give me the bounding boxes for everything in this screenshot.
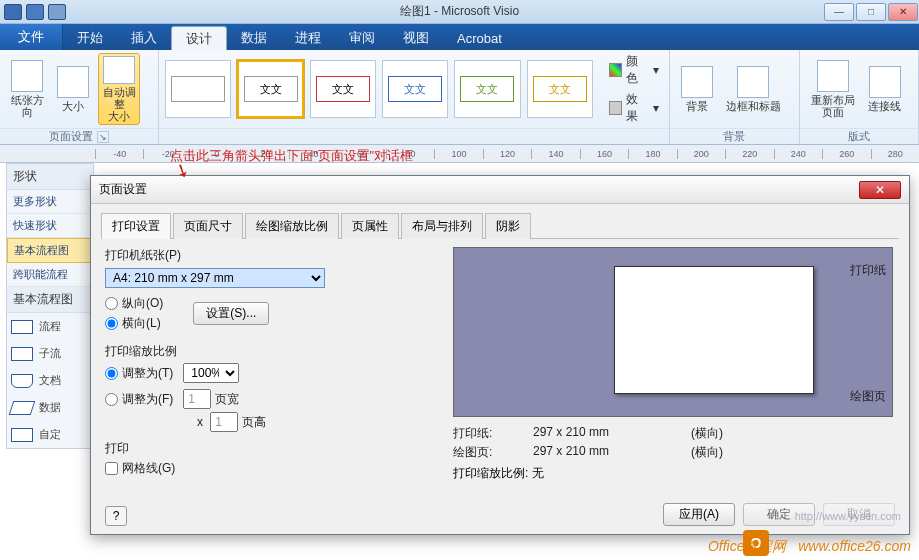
group-label-pagesetup: 页面设置 (49, 129, 93, 144)
preview-paper-label: 打印纸 (850, 262, 886, 279)
size-button[interactable]: 大小 (52, 53, 94, 125)
background-button[interactable]: 背景 (676, 53, 718, 125)
autofit-button[interactable]: 自动调整 大小 (98, 53, 140, 125)
window-title: 绘图1 - Microsoft Visio (400, 3, 519, 20)
dlg-tab-shadow[interactable]: 阴影 (485, 213, 531, 239)
section-print-label: 打印 (105, 440, 435, 457)
qat-save-icon[interactable] (26, 4, 44, 20)
shapes-section2: 基本流程图 (7, 287, 93, 313)
help-button[interactable]: ? (105, 506, 127, 526)
gridlines-checkbox[interactable]: 网格线(G) (105, 460, 435, 477)
tab-home[interactable]: 开始 (63, 26, 117, 50)
paper-size-select[interactable]: A4: 210 mm x 297 mm (105, 268, 325, 288)
portrait-radio[interactable]: 纵向(O) (105, 295, 163, 312)
border-icon (737, 66, 769, 98)
shape-document[interactable]: 文档 (7, 367, 93, 394)
preview-drawing-label: 绘图页 (850, 388, 886, 405)
info-drawing-orient: (横向) (663, 444, 723, 461)
tab-review[interactable]: 审阅 (335, 26, 389, 50)
close-button[interactable]: ✕ (888, 3, 918, 21)
colors-icon (609, 63, 622, 77)
shape-data[interactable]: 数据 (7, 394, 93, 421)
tab-file[interactable]: 文件 (0, 24, 63, 50)
info-zoom: 打印缩放比例: 无 (453, 465, 895, 482)
relayout-button[interactable]: 重新布局 页面 (806, 53, 860, 125)
tab-acrobat[interactable]: Acrobat (443, 26, 516, 50)
border-title-button[interactable]: 边框和标题 (722, 53, 784, 125)
pages-tall-input[interactable] (210, 412, 238, 432)
shape-custom[interactable]: 自定 (7, 421, 93, 448)
settings-button[interactable]: 设置(S)... (193, 302, 269, 325)
theme-colors-button[interactable]: 颜色 ▾ (605, 52, 663, 88)
minimize-button[interactable]: — (824, 3, 854, 21)
horizontal-ruler: -40-200204060801001201401601802002202402… (0, 145, 919, 163)
zoom-pct-select[interactable]: 100% (183, 363, 239, 383)
qat-undo-icon[interactable] (48, 4, 66, 20)
app-icon (4, 4, 22, 20)
dlg-tab-pagesize[interactable]: 页面尺寸 (173, 213, 243, 239)
dialog-close-button[interactable]: ✕ (859, 181, 901, 199)
dlg-tab-print[interactable]: 打印设置 (101, 213, 171, 239)
tab-process[interactable]: 进程 (281, 26, 335, 50)
info-drawing-value: 297 x 210 mm (533, 444, 663, 461)
tab-design[interactable]: 设计 (171, 26, 227, 50)
group-label-layout: 版式 (800, 128, 918, 144)
shapes-title: 形状 (7, 164, 93, 190)
orientation-button[interactable]: 纸张方向 (6, 53, 48, 125)
autofit-icon (103, 56, 135, 84)
theme-thumb-1[interactable] (165, 60, 231, 118)
connectors-icon (869, 66, 901, 98)
theme-thumb-4[interactable]: 文文 (382, 60, 448, 118)
dlg-tab-layout[interactable]: 布局与排列 (401, 213, 483, 239)
group-label-themes (159, 128, 669, 144)
maximize-button[interactable]: □ (856, 3, 886, 21)
tab-view[interactable]: 视图 (389, 26, 443, 50)
apply-button[interactable]: 应用(A) (663, 503, 735, 526)
tab-data[interactable]: 数据 (227, 26, 281, 50)
annotation-text: 点击此三角箭头弹出下面"页面设置"对话框 (170, 147, 413, 165)
info-paper-label: 打印纸: (453, 425, 533, 442)
shapes-pane: 形状 更多形状 快速形状 基本流程图 跨职能流程 基本流程图 流程 子流 文档 … (6, 163, 94, 449)
watermark-2: http://www.yysen.com (795, 510, 901, 522)
info-paper-orient: (横向) (663, 425, 723, 442)
adjust-pages-radio[interactable]: 调整为(F) 页宽 (105, 389, 435, 409)
pagesetup-launcher-icon[interactable]: ↘ (97, 131, 109, 143)
info-drawing-label: 绘图页: (453, 444, 533, 461)
info-paper-value: 297 x 210 mm (533, 425, 663, 442)
section-paper-label: 打印机纸张(P) (105, 247, 435, 264)
shapes-basic-flow[interactable]: 基本流程图 (7, 238, 93, 263)
preview-page-icon (614, 266, 814, 394)
theme-effects-button[interactable]: 效果 ▾ (605, 90, 663, 126)
dlg-tab-props[interactable]: 页属性 (341, 213, 399, 239)
shapes-more[interactable]: 更多形状 (7, 190, 93, 214)
page-preview: 打印纸 绘图页 (453, 247, 893, 417)
background-icon (681, 66, 713, 98)
effects-icon (609, 101, 622, 115)
orientation-icon (11, 60, 43, 92)
tab-insert[interactable]: 插入 (117, 26, 171, 50)
pages-wide-input[interactable] (183, 389, 211, 409)
shape-subprocess[interactable]: 子流 (7, 340, 93, 367)
theme-thumb-6[interactable]: 文文 (527, 60, 593, 118)
dialog-title: 页面设置 (99, 181, 147, 198)
relayout-icon (817, 60, 849, 92)
theme-thumb-5[interactable]: 文文 (454, 60, 520, 118)
group-label-bg: 背景 (670, 128, 798, 144)
section-zoom-label: 打印缩放比例 (105, 343, 435, 360)
landscape-radio[interactable]: 横向(L) (105, 315, 163, 332)
shapes-quick[interactable]: 快速形状 (7, 214, 93, 238)
watermark: Office教程网 www.office26.com (708, 538, 911, 556)
page-setup-dialog: 页面设置 ✕ 打印设置 页面尺寸 绘图缩放比例 页属性 布局与排列 阴影 打印机… (90, 175, 910, 535)
theme-thumb-2[interactable]: 文文 (237, 60, 303, 118)
size-icon (57, 66, 89, 98)
shape-process[interactable]: 流程 (7, 313, 93, 340)
adjust-to-radio[interactable]: 调整为(T) 100% (105, 363, 435, 383)
theme-thumb-3[interactable]: 文文 (310, 60, 376, 118)
connectors-button[interactable]: 连接线 (864, 53, 906, 125)
shapes-cross-func[interactable]: 跨职能流程 (7, 263, 93, 287)
dlg-tab-scale[interactable]: 绘图缩放比例 (245, 213, 339, 239)
